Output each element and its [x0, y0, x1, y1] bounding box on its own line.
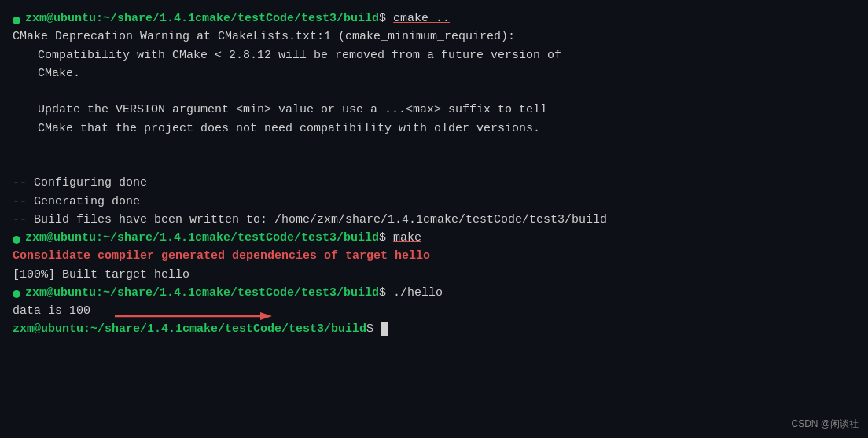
output-configuring: -- Configuring done — [13, 174, 855, 192]
terminal: zxm@ubuntu:~/share/1.4.1cmake/testCode/t… — [0, 0, 868, 438]
output-text-buildfiles: -- Build files have been written to: /ho… — [13, 211, 607, 229]
prompt-dot-2 — [13, 236, 20, 244]
prompt-dot-1 — [13, 17, 20, 24]
prompt-dollar-2: $ — [379, 229, 393, 247]
output-text-built: [100%] Built target hello — [13, 266, 189, 284]
prompt-path-1: :~/share/1.4.1cmake/testCode/test3/build — [96, 9, 379, 28]
output-generating: -- Generating done — [13, 193, 855, 211]
svg-marker-1 — [260, 312, 272, 320]
cmd-make: make — [393, 229, 421, 247]
prompt-user-4: zxm@ubuntu — [13, 320, 83, 338]
blank-2 — [13, 138, 855, 156]
output-data: data is 100 — [13, 302, 855, 320]
output-text-4: CMake. — [38, 64, 80, 83]
output-text-7: CMake that the project does not need com… — [38, 120, 540, 138]
output-line-4: CMake. — [13, 64, 855, 83]
output-line-3: Compatibility with CMake < 2.8.12 will b… — [13, 46, 855, 64]
prompt-dot-3 — [13, 290, 20, 298]
prompt-user-2: zxm@ubuntu — [25, 229, 96, 247]
output-built: [100%] Built target hello — [13, 266, 855, 284]
output-text-3: Compatibility with CMake < 2.8.12 will b… — [38, 46, 561, 64]
terminal-cursor — [381, 322, 388, 336]
watermark: CSDN @闲谈社 — [791, 417, 859, 432]
output-consolidate: Consolidate compiler generated dependenc… — [13, 247, 855, 265]
prompt-dollar-1: $ — [379, 9, 393, 28]
output-text-data: data is 100 — [13, 302, 90, 320]
prompt-path-2: :~/share/1.4.1cmake/testCode/test3/build — [96, 229, 379, 247]
output-text-6: Update the VERSION argument <min> value … — [38, 101, 547, 119]
output-buildfiles: -- Build files have been written to: /ho… — [13, 211, 855, 229]
prompt-dollar-4: $ — [366, 320, 381, 338]
blank-1 — [13, 83, 855, 101]
prompt-user-1: zxm@ubuntu — [25, 9, 96, 28]
output-line-2: CMake Deprecation Warning at CMakeLists.… — [13, 28, 855, 46]
output-text-configuring: -- Configuring done — [13, 174, 147, 192]
prompt-line-2: zxm@ubuntu:~/share/1.4.1cmake/testCode/t… — [13, 229, 855, 247]
prompt-path-3: :~/share/1.4.1cmake/testCode/test3/build — [96, 284, 379, 302]
blank-3 — [13, 156, 855, 174]
red-arrow-annotation — [115, 308, 272, 324]
prompt-dollar-3: $ — [379, 284, 393, 302]
output-text-consolidate: Consolidate compiler generated dependenc… — [13, 247, 430, 265]
prompt-line-1: zxm@ubuntu:~/share/1.4.1cmake/testCode/t… — [13, 9, 855, 28]
output-text-generating: -- Generating done — [13, 193, 140, 211]
output-line-6: Update the VERSION argument <min> value … — [13, 101, 855, 119]
cmd-cmake: cmake .. — [393, 9, 450, 28]
output-line-7: CMake that the project does not need com… — [13, 120, 855, 138]
prompt-line-3: zxm@ubuntu:~/share/1.4.1cmake/testCode/t… — [13, 284, 855, 302]
output-text-2: CMake Deprecation Warning at CMakeLists.… — [13, 28, 515, 46]
cmd-hello: ./hello — [393, 284, 443, 302]
prompt-user-3: zxm@ubuntu — [25, 284, 96, 302]
